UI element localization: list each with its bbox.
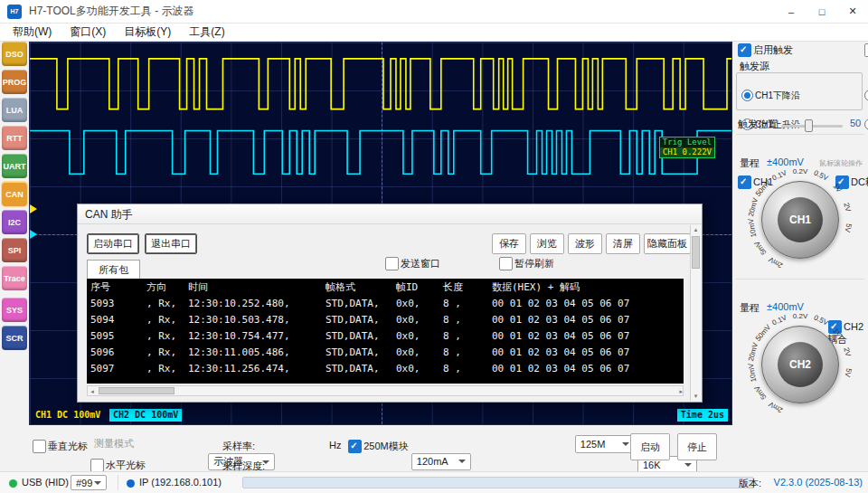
can-cell: 0x0, xyxy=(396,312,443,328)
trigger-level-title: Trig Level xyxy=(660,137,714,147)
can-save-button[interactable]: 保存 xyxy=(492,233,526,254)
usb-status-label: USB (HID) xyxy=(22,477,69,488)
radio-ch1-falling[interactable]: CH1下降沿 xyxy=(741,90,800,101)
vertical-cursor-label: 垂直光标 xyxy=(48,441,88,451)
sidebar-item-sys[interactable]: SYS xyxy=(2,298,27,322)
send-window-checkbox[interactable]: 发送窗口 xyxy=(385,257,440,270)
can-cell: 00 01 02 03 04 05 06 07 xyxy=(492,361,680,377)
sidebar-item-spi[interactable]: SPI xyxy=(2,238,27,262)
menubar: 帮助(W)窗口(X)目标板(Y)工具(Z) xyxy=(0,24,868,42)
module-250m-checkbox[interactable]: 250M模块 xyxy=(348,440,409,452)
knob-scale-label: 2V xyxy=(843,202,853,213)
single-trigger-checkbox[interactable]: 单次触发 xyxy=(864,43,868,56)
enable-trigger-checkbox[interactable]: 启用触发 xyxy=(738,43,793,56)
can-dialog-title: CAN 助手 xyxy=(85,208,133,221)
titlebar[interactable]: H7 H7-TOOL多功能开发工具 - 示波器 – □ ✕ xyxy=(0,0,868,24)
ch2-knob-dial[interactable]: CH2 xyxy=(761,326,839,403)
radio-ch2-rising[interactable]: CH2上升沿 xyxy=(864,119,868,130)
menu-item[interactable]: 工具(Z) xyxy=(180,24,233,40)
can-cell: 00 01 02 03 04 05 06 07 xyxy=(492,345,680,361)
stop-button[interactable]: 停止 xyxy=(677,433,717,460)
ch1-range-label: 量程 xyxy=(740,156,760,170)
knob-scale-label: 0.1V xyxy=(771,168,788,182)
ip-status-icon xyxy=(127,479,135,488)
radio-ch2-falling[interactable]: CH2下降沿 xyxy=(864,90,868,101)
can-cell: 8 , xyxy=(443,361,492,377)
minimize-button[interactable]: – xyxy=(776,0,807,24)
can-cell: STD,DATA, xyxy=(326,312,396,328)
bottom-control-bar: 垂直光标 水平光标 测量模式 示波器 250M模块 120mA 采样率: 125… xyxy=(0,425,734,471)
start-button[interactable]: 启动 xyxy=(630,433,670,460)
device-number-dropdown[interactable]: #99 xyxy=(71,475,107,490)
window-controls: – □ ✕ xyxy=(776,0,868,24)
knob-scale-label: 2mV xyxy=(768,255,785,270)
slider-thumb[interactable] xyxy=(805,119,813,132)
vertical-scroll-thumb[interactable] xyxy=(692,236,700,269)
trigger-source-label: 触发源 xyxy=(740,60,769,73)
ch1-range-value: ±400mV xyxy=(767,156,804,167)
horizontal-cursor-label: 水平光标 xyxy=(106,460,146,470)
ch2-level-marker[interactable] xyxy=(30,230,37,239)
can-cell: 帧格式 xyxy=(326,280,396,296)
sidebar-item-prog[interactable]: PROG xyxy=(2,70,27,94)
radio-ch1-falling-label: CH1下降沿 xyxy=(755,90,800,100)
knob-scale-label: 5V xyxy=(844,368,854,378)
can-frame-list[interactable]: 序号方向时间帧格式帧ID长度数据(HEX) + 解码5093, Rx,12:30… xyxy=(87,279,684,384)
scroll-up-icon[interactable]: ▴ xyxy=(691,226,701,233)
sidebar-item-lua[interactable]: LUA xyxy=(2,98,27,122)
maximize-button[interactable]: □ xyxy=(807,0,837,24)
knob-scale-label: 0.2V xyxy=(793,312,807,320)
scroll-right-icon[interactable]: ▸ xyxy=(674,388,683,395)
usb-status-icon xyxy=(9,479,17,488)
can-horizontal-scrollbar[interactable]: ◂ ▸ xyxy=(87,385,684,396)
can-cell: 00 01 02 03 04 05 06 07 xyxy=(492,312,680,328)
ch1-knob-dial[interactable]: CH1 xyxy=(761,181,839,259)
can-dialog-titlebar[interactable]: CAN 助手 xyxy=(78,204,702,224)
trigger-position-slider[interactable] xyxy=(781,118,843,132)
horizontal-scroll-thumb[interactable] xyxy=(99,387,175,394)
sidebar-item-scr[interactable]: SCR xyxy=(2,326,27,350)
ch2-gain-knob[interactable]: 2mV5mV10mV20mV50mV0.1V0.2V0.5V1V2V5V CH2 xyxy=(734,314,866,415)
close-button[interactable]: ✕ xyxy=(837,0,868,24)
sample-rate-dropdown[interactable]: 125M xyxy=(575,435,635,453)
sample-depth-value: 16K xyxy=(643,460,661,470)
sidebar-item-rtt[interactable]: RTT xyxy=(2,126,27,150)
current-range-dropdown[interactable]: 120mA xyxy=(411,453,471,470)
can-table-row: 5094, Rx,12:30:10.503.478,STD,DATA,0x0,8… xyxy=(90,312,680,328)
can-start-serial-button[interactable]: 启动串口 xyxy=(87,233,139,254)
can-cell: , Rx, xyxy=(146,361,188,377)
can-hide-panel-button[interactable]: 隐藏面板 xyxy=(644,233,691,254)
sidebar-item-can[interactable]: CAN xyxy=(2,182,27,206)
menu-item[interactable]: 帮助(W) xyxy=(4,24,61,40)
can-vertical-scrollbar[interactable]: ▴ ▾ xyxy=(690,225,701,401)
can-exit-serial-button[interactable]: 退出串口 xyxy=(145,233,197,254)
knob-scale-label: 0.5V xyxy=(812,313,829,327)
right-control-panel: 启用触发 单次触发 触发源 CH1下降沿 CH2下降沿 CH1上升沿 CH2上升… xyxy=(734,42,866,470)
pause-refresh-checkbox[interactable]: 暂停刷新 xyxy=(499,257,554,270)
send-window-label: 发送窗口 xyxy=(401,258,440,269)
scroll-down-icon[interactable]: ▾ xyxy=(691,393,701,400)
can-table-header: 序号方向时间帧格式帧ID长度数据(HEX) + 解码 xyxy=(90,280,680,296)
can-waveform-button[interactable]: 波形 xyxy=(568,233,602,254)
can-cell: 帧ID xyxy=(396,280,443,296)
can-cell: 12:30:10.252.480, xyxy=(188,296,326,312)
horizontal-cursor-checkbox[interactable]: 水平光标 xyxy=(90,459,146,471)
can-cell: 5095 xyxy=(90,328,146,345)
vertical-cursor-checkbox[interactable]: 垂直光标 xyxy=(33,440,88,452)
can-cell: 00 01 02 03 04 05 06 07 xyxy=(492,328,680,345)
sidebar-item-uart[interactable]: UART xyxy=(2,154,27,178)
ch1-gain-knob[interactable]: 2mV5mV10mV20mV50mV0.1V0.2V0.5V1V2V5V CH1 xyxy=(734,169,866,270)
scroll-left-icon[interactable]: ◂ xyxy=(88,388,97,395)
statusbar: USB (HID) #99 IP (192.168.0.101) 版本: V2.… xyxy=(0,471,868,493)
can-table-row: 5093, Rx,12:30:10.252.480,STD,DATA,0x0,8… xyxy=(90,296,680,312)
version-label: 版本: xyxy=(739,477,761,490)
ch1-level-marker[interactable] xyxy=(30,204,37,213)
tab-all-packets[interactable]: 所有包 xyxy=(87,260,140,279)
sidebar-item-trace[interactable]: Trace xyxy=(2,266,27,290)
sidebar-item-i2c[interactable]: I2C xyxy=(2,210,27,234)
can-clear-button[interactable]: 清屏 xyxy=(606,233,640,254)
menu-item[interactable]: 窗口(X) xyxy=(61,24,115,40)
sidebar-item-dso[interactable]: DSO xyxy=(2,42,27,66)
menu-item[interactable]: 目标板(Y) xyxy=(115,24,180,40)
can-browse-button[interactable]: 浏览 xyxy=(530,233,564,254)
